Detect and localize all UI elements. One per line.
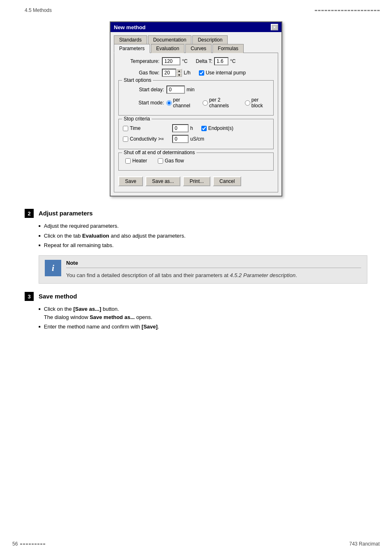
tab-formulas[interactable]: Formulas xyxy=(212,44,244,53)
step-2-bullet-2-text: Click on the tab Evaluation and also adj… xyxy=(44,232,186,240)
tab-row-2: Parameters Evaluation Curves Formulas xyxy=(114,44,278,53)
step-3-bullet-1: Click on the [Save as...] button. The di… xyxy=(39,305,367,321)
product-name: 743 Rancimat xyxy=(349,541,380,547)
time-input[interactable] xyxy=(172,124,189,132)
save-as-bold: [Save as...] xyxy=(73,306,101,312)
step-3-number: 3 xyxy=(25,292,34,301)
step-2-bullet-2: Click on the tab Evaluation and also adj… xyxy=(39,232,367,240)
radio-per-2-channels[interactable]: per 2 channels xyxy=(203,97,238,109)
step-3-bullet-2: Enter the method name and confirm with [… xyxy=(39,323,367,331)
step-3-bullet-2-text: Enter the method name and confirm with [… xyxy=(44,323,159,331)
footer-dots xyxy=(20,543,45,545)
tab-evaluation[interactable]: Evaluation xyxy=(151,44,184,53)
stop-criteria-content: Time h Endpoint(s) xyxy=(123,124,269,143)
print-button[interactable]: Print... xyxy=(183,176,210,186)
step-2-bullet-3: Repeat for all remaining tabs. xyxy=(39,241,367,250)
time-row: Time h Endpoint(s) xyxy=(123,124,269,132)
save-button[interactable]: Save xyxy=(118,176,143,186)
content-area: New method × Standards Documentation Des… xyxy=(0,17,392,352)
start-options-group: Start options Start delay: min Start mod… xyxy=(118,80,274,116)
time-checkbox-group: Time xyxy=(123,125,172,131)
start-delay-label: Start delay: xyxy=(123,87,164,92)
tab-parameters[interactable]: Parameters xyxy=(114,44,150,53)
start-delay-unit: min xyxy=(187,87,194,92)
use-internal-pump-row: Use internal pump xyxy=(199,70,246,76)
use-internal-pump-checkbox[interactable] xyxy=(199,70,204,76)
tab-content: Temperature: °C Delta T: °C Gas flow: xyxy=(114,53,278,192)
conductivity-unit: uS/cm xyxy=(190,136,204,142)
start-delay-input[interactable] xyxy=(166,86,185,94)
note-box: i Note You can find a detailed descripti… xyxy=(39,255,367,284)
step-2-title: Adjust parameters xyxy=(39,210,93,217)
stop-criteria-title: Stop criteria xyxy=(122,116,152,122)
note-text: You can find a detailed description of a… xyxy=(66,272,297,278)
start-mode-label: Start mode: xyxy=(123,100,164,106)
gas-flow-shutoff-label: Gas flow xyxy=(165,158,184,164)
page-header: 4.5 Methods xyxy=(0,0,392,17)
note-title: Note xyxy=(66,260,361,268)
conductivity-input[interactable] xyxy=(172,135,189,143)
temperature-label: Temperature: xyxy=(118,58,159,64)
step-3-header: 3 Save method xyxy=(25,292,367,301)
radio-per-block[interactable]: per block xyxy=(245,97,269,109)
endpoint-checkbox[interactable] xyxy=(201,126,207,131)
delta-t-label: Delta T: xyxy=(196,58,212,64)
save-bold: [Save] xyxy=(142,324,158,330)
gas-flow-input[interactable] xyxy=(162,69,176,77)
spinner-up[interactable]: ▲ xyxy=(176,69,182,73)
tab-documentation[interactable]: Documentation xyxy=(148,35,192,44)
step-2-header: 2 Adjust parameters xyxy=(25,209,367,218)
start-mode-radios: per channel per 2 channels per block xyxy=(166,97,269,109)
step-2-bullet-3-text: Repeat for all remaining tabs. xyxy=(44,241,114,250)
use-internal-pump-label: Use internal pump xyxy=(206,70,246,76)
note-content: Note You can find a detailed description… xyxy=(66,260,361,280)
gas-flow-shutoff-checkbox[interactable] xyxy=(158,158,163,164)
close-button[interactable]: × xyxy=(271,24,278,30)
stop-criteria-group: Stop criteria Time h xyxy=(118,119,274,149)
cancel-button[interactable]: Cancel xyxy=(213,176,241,186)
step-3-bullet-1-text: Click on the [Save as...] button. The di… xyxy=(44,305,152,321)
conductivity-checkbox-group: Conductivity >= xyxy=(123,136,172,142)
start-options-content: Start delay: min Start mode: xyxy=(123,86,269,109)
step-3-title: Save method xyxy=(39,293,77,300)
tab-description[interactable]: Description xyxy=(192,35,228,44)
radio-per-channel-label: per channel xyxy=(173,97,196,109)
heater-checkbox[interactable] xyxy=(125,158,131,164)
new-method-dialog: New method × Standards Documentation Des… xyxy=(110,21,282,197)
note-icon: i xyxy=(45,260,61,276)
step-2-section: 2 Adjust parameters Adjust the required … xyxy=(25,209,367,284)
time-label: Time xyxy=(130,125,141,131)
evaluation-bold: Evaluation xyxy=(82,233,109,239)
spinner-down[interactable]: ▼ xyxy=(176,73,182,77)
heater-checkbox-group: Heater xyxy=(125,158,155,164)
shut-off-row: Heater Gas flow xyxy=(123,158,269,164)
gas-flow-row: Gas flow: ▲ ▼ L/h Use internal pump xyxy=(118,69,274,77)
endpoint-label: Endpoint(s) xyxy=(208,125,233,131)
start-options-title: Start options xyxy=(122,77,153,83)
tab-curves[interactable]: Curves xyxy=(185,44,212,53)
save-as-button[interactable]: Save as... xyxy=(145,176,180,186)
tab-standards[interactable]: Standards xyxy=(114,35,147,44)
gas-flow-spinner: ▲ ▼ xyxy=(162,69,182,77)
gas-flow-label: Gas flow: xyxy=(118,70,159,76)
conductivity-checkbox[interactable] xyxy=(123,136,128,142)
tab-row-1: Standards Documentation Description xyxy=(114,35,278,44)
shut-off-group: Shut off at end of determinations Heater… xyxy=(118,153,274,171)
dialog-wrapper: New method × Standards Documentation Des… xyxy=(25,21,367,197)
time-checkbox[interactable] xyxy=(123,126,128,131)
radio-per-channel[interactable]: per channel xyxy=(166,97,196,109)
delta-t-unit: °C xyxy=(230,58,235,64)
step-2-content: Adjust the required parameters. Click on… xyxy=(39,222,367,284)
conductivity-row: Conductivity >= uS/cm xyxy=(123,135,269,143)
temperature-row: Temperature: °C Delta T: °C xyxy=(118,57,274,65)
step-3-bullets: Click on the [Save as...] button. The di… xyxy=(39,305,367,331)
temperature-input[interactable] xyxy=(162,57,180,65)
dialog-titlebar: New method × xyxy=(111,22,281,32)
note-reference: 4.5.2 Parameter description xyxy=(230,272,295,278)
dialog-title: New method xyxy=(114,24,145,30)
step-3-section: 3 Save method Click on the [Save as...] … xyxy=(25,292,367,331)
heater-label: Heater xyxy=(132,158,147,164)
page-number: 56 xyxy=(12,541,18,547)
start-delay-row: Start delay: min xyxy=(123,86,269,94)
delta-t-input[interactable] xyxy=(214,57,228,65)
